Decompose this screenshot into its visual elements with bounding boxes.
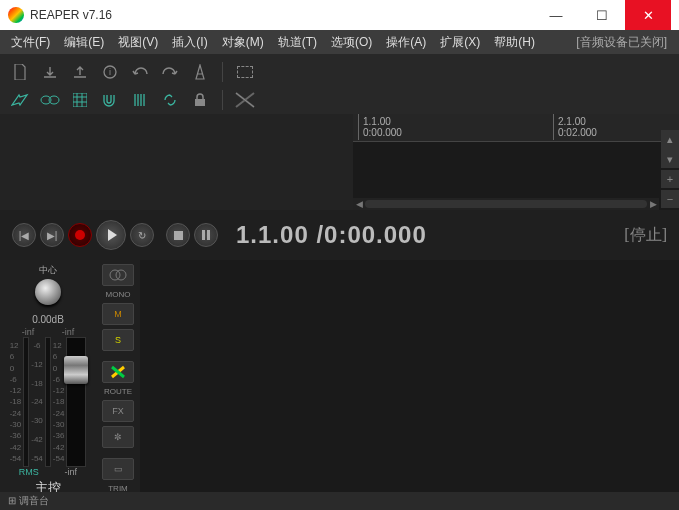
minimize-button[interactable]: —: [533, 0, 579, 30]
svg-point-6: [116, 270, 126, 280]
vscroll-down-icon[interactable]: ▾: [661, 150, 679, 168]
peak-r: -inf: [62, 327, 75, 337]
transport-status: [停止]: [624, 225, 667, 246]
stop-button[interactable]: [166, 223, 190, 247]
envelope-icon[interactable]: [233, 89, 257, 111]
meter-scale-mid: -6-12-18-24-30-42-54: [31, 337, 43, 467]
menu-insert[interactable]: 插入(I): [165, 30, 214, 54]
arrange-view[interactable]: 1.1.000:00.000 2.1.000:02.000 ◦ ◀ ▶ ▴ ▾ …: [353, 114, 679, 210]
menu-help[interactable]: 帮助(H): [487, 30, 542, 54]
maximize-button[interactable]: ☐: [579, 0, 625, 30]
snap-icon[interactable]: [98, 89, 122, 111]
master-button-strip: MONO M S ROUTE FX ✼ ▭ TRIM ▥: [96, 260, 140, 504]
transport-time-display[interactable]: 1.1.00 /0:00.000: [236, 221, 427, 249]
marquee-select-icon[interactable]: [233, 61, 257, 83]
app-icon: [8, 7, 24, 23]
menu-actions[interactable]: 操作(A): [379, 30, 433, 54]
ruler-mark: 1.1.000:00.000: [358, 114, 406, 140]
vscroll-up-icon[interactable]: ▴: [661, 130, 679, 148]
vu-meter-l: [23, 337, 29, 467]
volume-fader[interactable]: [66, 337, 86, 467]
project-settings-icon[interactable]: i: [98, 61, 122, 83]
svg-text:i: i: [109, 67, 111, 77]
toolbar: i: [0, 54, 679, 114]
statusbar: ⊞ 调音台: [0, 492, 679, 510]
menu-track[interactable]: 轨道(T): [271, 30, 324, 54]
ripple-edit-icon[interactable]: [38, 89, 62, 111]
window-title: REAPER v7.16: [30, 8, 533, 22]
item-grouping-icon[interactable]: [158, 89, 182, 111]
repeat-button[interactable]: ↻: [130, 223, 154, 247]
close-button[interactable]: ✕: [625, 0, 671, 30]
zoom-out-icon[interactable]: −: [661, 190, 679, 208]
ruler-mark: 2.1.000:02.000: [553, 114, 601, 140]
play-button[interactable]: [96, 220, 126, 250]
mute-button[interactable]: M: [102, 303, 134, 325]
lock-icon[interactable]: [188, 89, 212, 111]
route-label: ROUTE: [96, 387, 140, 396]
rms-label: RMS: [19, 467, 39, 477]
rms-value: -inf: [65, 467, 78, 477]
menu-edit[interactable]: 编辑(E): [57, 30, 111, 54]
transport-bar: |◀ ▶| ↻ 1.1.00 /0:00.000 [停止]: [0, 210, 679, 260]
fader-cap[interactable]: [64, 356, 88, 384]
volume-db-readout[interactable]: 0.00dB: [0, 310, 96, 327]
menu-file[interactable]: 文件(F): [4, 30, 57, 54]
grid-lines-icon[interactable]: [128, 89, 152, 111]
mono-label: MONO: [96, 290, 140, 299]
pan-knob[interactable]: [35, 279, 61, 305]
audio-device-status[interactable]: [音频设备已关闭]: [576, 34, 675, 51]
open-project-icon[interactable]: [38, 61, 62, 83]
menu-options[interactable]: 选项(O): [324, 30, 379, 54]
main-area: 1.1.000:00.000 2.1.000:02.000 ◦ ◀ ▶ ▴ ▾ …: [0, 114, 679, 210]
menu-extensions[interactable]: 扩展(X): [433, 30, 487, 54]
menubar: 文件(F) 编辑(E) 视图(V) 插入(I) 对象(M) 轨道(T) 选项(O…: [0, 30, 679, 54]
solo-button[interactable]: S: [102, 329, 134, 351]
mixer-panel: 中心 0.00dB -inf -inf 1260-6-12-18-24-30-3…: [0, 260, 679, 504]
record-button[interactable]: [68, 223, 92, 247]
track-control-panel[interactable]: [0, 114, 353, 210]
save-project-icon[interactable]: [68, 61, 92, 83]
go-to-end-button[interactable]: ▶|: [40, 223, 64, 247]
titlebar: REAPER v7.16 — ☐ ✕: [0, 0, 679, 30]
undo-icon[interactable]: [128, 61, 152, 83]
svg-rect-4: [195, 99, 205, 106]
master-track-strip: 中心 0.00dB -inf -inf 1260-6-12-18-24-30-3…: [0, 260, 96, 504]
new-project-icon[interactable]: [8, 61, 32, 83]
meter-scale-left: 1260-6-12-18-24-30-36-42-54: [10, 337, 22, 467]
menu-item[interactable]: 对象(M): [215, 30, 271, 54]
meter-scale-right: 1260-6-12-18-24-30-36-42-54: [53, 337, 65, 467]
peak-l: -inf: [22, 327, 35, 337]
mixer-tab-label[interactable]: ⊞ 调音台: [8, 494, 49, 508]
autocrossfade-icon[interactable]: [8, 89, 32, 111]
trim-button[interactable]: ▭: [102, 458, 134, 480]
fx-button[interactable]: FX: [102, 400, 134, 422]
go-to-start-button[interactable]: |◀: [12, 223, 36, 247]
scroll-right-icon[interactable]: ▶: [647, 199, 659, 209]
pause-button[interactable]: [194, 223, 218, 247]
grid-icon[interactable]: [68, 89, 92, 111]
horizontal-scrollbar[interactable]: ◀ ▶: [353, 198, 659, 210]
svg-point-5: [110, 270, 120, 280]
fx-bypass-button[interactable]: ✼: [102, 426, 134, 448]
metronome-icon[interactable]: [188, 61, 212, 83]
route-button[interactable]: [102, 361, 134, 383]
menu-view[interactable]: 视图(V): [111, 30, 165, 54]
scroll-left-icon[interactable]: ◀: [353, 199, 365, 209]
pan-label: 中心: [0, 264, 96, 277]
redo-icon[interactable]: [158, 61, 182, 83]
zoom-in-icon[interactable]: +: [661, 170, 679, 188]
stereo-width-button[interactable]: [102, 264, 134, 286]
timeline-ruler[interactable]: 1.1.000:00.000 2.1.000:02.000: [353, 114, 679, 142]
vu-meter-r: [45, 337, 51, 467]
